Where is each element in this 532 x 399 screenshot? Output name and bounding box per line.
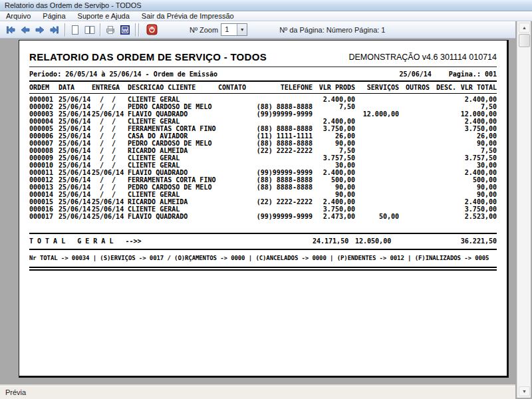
window-title: Relatorio das Ordem de Serviþo - TODOS — [5, 1, 142, 9]
report-summary: Nr TOTAL -> 00034 | (S)ERVIÇOS -> 0017 /… — [29, 255, 497, 261]
toolbar: W Nº Zoom 1 ▼ Nº da Página: Número Págin… — [0, 21, 515, 39]
menu-sair-da-previa[interactable]: Sair da Prévia de Impressão — [136, 11, 240, 21]
column-header: ORDEM — [29, 83, 59, 94]
table-cell: 30,00 — [313, 162, 355, 169]
menu-suporte-e-ajuda[interactable]: Suporte e Ajuda — [72, 11, 136, 21]
table-cell — [399, 162, 430, 169]
toolbar-separator — [135, 23, 136, 37]
table-cell — [255, 205, 313, 213]
table-cell: 90,00 — [313, 191, 355, 198]
table-cell — [399, 94, 430, 104]
table-cell: 000014 — [29, 191, 59, 198]
table-row: 00001625/06/1425/06/14CLIENTE GERAL3.750… — [29, 205, 497, 213]
two-pages-icon — [84, 25, 96, 35]
table-cell: 25/06/14 — [59, 132, 92, 140]
word-export-icon: W — [120, 25, 130, 35]
table-cell — [430, 154, 456, 162]
table-cell: 2.400,00 — [313, 94, 355, 104]
zoom-label: Nº Zoom — [190, 26, 218, 34]
table-cell: 90,00 — [456, 140, 497, 147]
first-page-button[interactable] — [3, 23, 18, 37]
table-cell: 500,00 — [456, 176, 497, 184]
menu-bar: Arquivo Página Suporte e Ajuda Sair da P… — [0, 11, 532, 21]
table-cell — [355, 140, 399, 147]
report-date: 25/06/14 — [400, 70, 432, 78]
total-row: T O T A L G E R A L -->> 24.171,50 12.05… — [29, 233, 497, 249]
table-cell — [430, 169, 456, 176]
table-cell: 30,00 — [456, 162, 497, 169]
scroll-down-icon[interactable]: ▼ — [519, 386, 530, 396]
table-cell: 2.400,00 — [456, 198, 497, 205]
close-preview-button[interactable] — [144, 23, 159, 37]
last-page-icon — [49, 25, 60, 35]
two-page-view-button[interactable] — [82, 23, 97, 37]
table-cell: 000004 — [29, 118, 59, 125]
table-cell — [399, 169, 430, 176]
scrollbar-thumb[interactable] — [519, 34, 530, 47]
table-cell — [399, 205, 430, 213]
column-header: ENTREGA — [92, 83, 128, 94]
vertical-scrollbar[interactable]: ▲ ▼ — [517, 21, 531, 398]
table-cell: RICARDO ALMEIDA — [128, 147, 218, 154]
total-vlr-prods: 24.171,50 — [313, 233, 355, 249]
table-cell: 25/06/14 — [59, 94, 92, 104]
spacer-row — [29, 220, 497, 233]
table-cell: 90,00 — [313, 184, 355, 191]
status-label: Prévia — [5, 388, 26, 396]
total-vlr-total: 36.221,50 — [456, 233, 497, 249]
table-cell — [218, 176, 255, 184]
table-cell: 000003 — [29, 110, 59, 118]
table-cell — [355, 132, 399, 140]
single-page-icon — [70, 25, 80, 35]
table-cell: / / — [92, 94, 128, 104]
menu-pagina[interactable]: Página — [37, 11, 71, 21]
previous-page-icon — [20, 25, 31, 35]
table-cell — [399, 154, 430, 162]
table-cell — [218, 118, 255, 125]
table-cell — [218, 162, 255, 169]
table-cell — [430, 162, 456, 169]
table-cell — [355, 205, 399, 213]
table-cell: 000007 — [29, 140, 59, 147]
table-cell: (99)99999-9999 — [255, 110, 313, 118]
table-cell: 25/06/14 — [59, 198, 92, 205]
report-end-rule — [29, 267, 497, 271]
table-cell: CLIENTE GERAL — [128, 154, 218, 162]
table-cell — [218, 205, 255, 213]
table-cell: / / — [92, 162, 128, 169]
table-cell — [218, 140, 255, 147]
last-page-button[interactable] — [47, 23, 62, 37]
table-cell: / / — [92, 147, 128, 154]
single-page-view-button[interactable] — [68, 23, 82, 37]
table-cell: CLIENTE GERAL — [128, 94, 218, 104]
export-word-button[interactable]: W — [118, 23, 132, 37]
zoom-select[interactable]: 1 ▼ — [221, 23, 247, 36]
table-cell: 000016 — [29, 205, 59, 213]
table-cell — [355, 176, 399, 184]
table-cell: 000013 — [29, 184, 59, 191]
table-row: 00000825/06/14 / /RICARDO ALMEIDA(22) 22… — [29, 147, 497, 154]
table-row: 00000425/06/14 / /CLIENTE GERAL2.400,002… — [29, 118, 497, 125]
svg-text:W: W — [122, 27, 128, 33]
table-cell: 000017 — [29, 213, 59, 220]
menu-arquivo[interactable]: Arquivo — [0, 11, 37, 21]
table-cell: (88) 8888-8888 — [255, 125, 313, 132]
previous-page-button[interactable] — [18, 23, 33, 37]
next-page-button[interactable] — [33, 23, 47, 37]
print-button[interactable] — [103, 23, 118, 37]
table-cell: 25/06/14 — [59, 118, 92, 125]
table-cell — [355, 118, 399, 125]
table-cell: 25/06/14 — [59, 140, 92, 147]
table-cell: 25/06/14 — [59, 162, 92, 169]
table-cell — [355, 94, 399, 104]
table-cell: 25/06/14 — [92, 213, 128, 220]
table-cell: 25/06/14 — [59, 205, 92, 213]
table-cell: 50,00 — [355, 213, 399, 220]
table-cell — [255, 94, 313, 104]
scroll-up-icon[interactable]: ▲ — [519, 23, 530, 33]
table-cell — [218, 191, 255, 198]
table-cell — [399, 176, 430, 184]
table-cell — [399, 213, 430, 220]
table-cell: 2.400,00 — [313, 118, 355, 125]
chevron-down-icon[interactable]: ▼ — [237, 24, 247, 35]
